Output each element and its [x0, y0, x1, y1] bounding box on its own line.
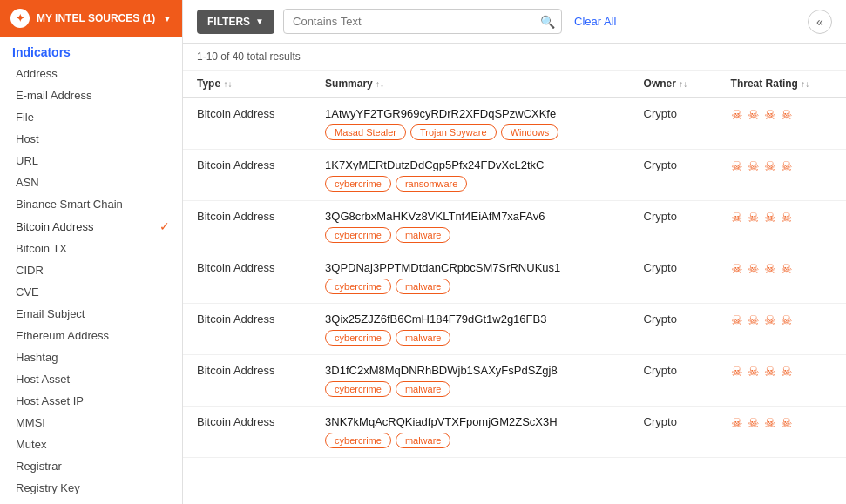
table-row: Bitcoin Address1AtwyYF2TGR969cyRDrR2XFDq… — [183, 97, 846, 150]
tag[interactable]: cybercrime — [325, 176, 391, 192]
owner-cell: Crypto — [630, 407, 717, 458]
tag[interactable]: Trojan Spyware — [410, 124, 497, 140]
sidebar-item-label: File — [16, 111, 34, 124]
intel-sources-label: MY INTEL SOURCES (1) — [37, 12, 155, 24]
sidebar-item-label: Address — [16, 67, 58, 80]
indicators-table: Type ↑↓Summary ↑↓Owner ↑↓Threat Rating ↑… — [183, 71, 846, 458]
threat-skulls: ☠ ☠ ☠ ☠ — [731, 210, 794, 225]
tag[interactable]: Windows — [501, 124, 559, 140]
sidebar-item-label: Host Asset — [16, 373, 70, 386]
threat-skulls: ☠ ☠ ☠ ☠ — [731, 312, 794, 327]
sidebar-item-asn[interactable]: ASN — [0, 171, 182, 193]
sidebar-item-label: Registrar — [16, 460, 62, 473]
sidebar-item-cve[interactable]: CVE — [0, 281, 182, 303]
owner-cell: Crypto — [630, 201, 717, 252]
sidebar-item-label: Mutex — [16, 438, 46, 451]
summary-title[interactable]: 1AtwyYF2TGR969cyRDrR2XFDqSPzwCXKfe — [325, 107, 616, 120]
column-header-type[interactable]: Type ↑↓ — [183, 71, 311, 97]
table-row: Bitcoin Address3D1fC2xM8MqDNRhBDWjb1SAXy… — [183, 355, 846, 407]
sidebar-item-ethereum-address[interactable]: Ethereum Address — [0, 325, 182, 346]
column-header-owner[interactable]: Owner ↑↓ — [630, 71, 717, 97]
tag[interactable]: malware — [396, 227, 451, 243]
threat-skulls: ☠ ☠ ☠ ☠ — [731, 415, 794, 430]
column-header-summary[interactable]: Summary ↑↓ — [311, 71, 630, 97]
collapse-sidebar-button[interactable]: « — [808, 10, 832, 34]
sidebar-item-file[interactable]: File — [0, 106, 182, 128]
tag[interactable]: malware — [396, 433, 451, 448]
sidebar-item-email-subject[interactable]: Email Subject — [0, 303, 182, 325]
sidebar-item-hashtag[interactable]: Hashtag — [0, 346, 182, 368]
tag[interactable]: cybercrime — [325, 279, 391, 294]
tag[interactable]: malware — [396, 381, 451, 397]
sidebar-item-label: Bitcoin Address — [16, 220, 94, 233]
checkmark-icon: ✓ — [159, 219, 170, 233]
main-content: FILTERS ▼ 🔍 Clear All « 1-10 of 40 total… — [183, 0, 846, 504]
summary-cell: 3Qix25ZJZ6fB6CmH184F79dGt1w2g16FB3cyberc… — [311, 304, 630, 355]
collapse-icon: « — [816, 15, 823, 29]
column-header-threat-rating[interactable]: Threat Rating ↑↓ — [717, 71, 846, 97]
filters-button[interactable]: FILTERS ▼ — [197, 10, 274, 34]
sidebar-item-mutex[interactable]: Mutex — [0, 433, 182, 455]
summary-title[interactable]: 3QG8crbxMaHKVz8VKLTnf4EiAfM7xaFAv6 — [325, 210, 616, 223]
type-cell: Bitcoin Address — [183, 407, 311, 458]
sidebar-item-address[interactable]: Address — [0, 63, 182, 84]
sidebar-item-registrar[interactable]: Registrar — [0, 455, 182, 477]
filters-label: FILTERS — [207, 16, 250, 28]
sidebar-item-bitcoin-tx[interactable]: Bitcoin TX — [0, 238, 182, 259]
summary-title[interactable]: 3NK7kMqAcRQKiadfpVTXFpomjGM2ZScX3H — [325, 415, 616, 428]
intel-sources-header[interactable]: ✦ MY INTEL SOURCES (1) ▼ — [0, 0, 182, 37]
sidebar-item-host[interactable]: Host — [0, 128, 182, 150]
summary-title[interactable]: 3Qix25ZJZ6fB6CmH184F79dGt1w2g16FB3 — [325, 312, 616, 326]
owner-cell: Crypto — [630, 355, 717, 407]
threat-skulls: ☠ ☠ ☠ ☠ — [731, 364, 794, 379]
threat-skulls: ☠ ☠ ☠ ☠ — [731, 107, 794, 122]
intel-sources-icon: ✦ — [10, 9, 30, 28]
tag[interactable]: cybercrime — [325, 330, 391, 346]
type-cell: Bitcoin Address — [183, 150, 311, 201]
summary-title[interactable]: 1K7XyMERtDutzDdCgp5Pfx24FDvXcL2tkC — [325, 158, 616, 171]
sidebar-item-registry-key[interactable]: Registry Key — [0, 477, 182, 499]
tag[interactable]: cybercrime — [325, 433, 391, 448]
sidebar-item-host-asset-ip[interactable]: Host Asset IP — [0, 390, 182, 412]
type-cell: Bitcoin Address — [183, 97, 311, 150]
type-cell: Bitcoin Address — [183, 201, 311, 252]
tag[interactable]: Masad Stealer — [325, 124, 406, 140]
table-container: Type ↑↓Summary ↑↓Owner ↑↓Threat Rating ↑… — [183, 71, 846, 504]
search-input[interactable] — [283, 9, 562, 34]
sidebar-item-user-agent[interactable]: User Agent — [0, 499, 182, 504]
sidebar-item-mmsi[interactable]: MMSI — [0, 412, 182, 433]
sidebar-item-label: Ethereum Address — [16, 329, 109, 342]
sidebar-item-label: MMSI — [16, 416, 45, 429]
sidebar-item-e-mail-address[interactable]: E-mail Address — [0, 84, 182, 106]
header-chevron-icon: ▼ — [163, 14, 172, 24]
table-body: Bitcoin Address1AtwyYF2TGR969cyRDrR2XFDq… — [183, 97, 846, 458]
sidebar-item-cidr[interactable]: CIDR — [0, 259, 182, 281]
results-summary: 1-10 of 40 total results — [197, 50, 301, 63]
threat-rating-cell: ☠ ☠ ☠ ☠ — [717, 355, 846, 407]
sidebar-item-binance-smart-chain[interactable]: Binance Smart Chain — [0, 193, 182, 215]
sidebar-item-host-asset[interactable]: Host Asset — [0, 368, 182, 390]
sidebar-item-label: Registry Key — [16, 481, 80, 494]
search-container: 🔍 — [283, 9, 562, 34]
tag[interactable]: ransomware — [396, 176, 468, 192]
toolbar: FILTERS ▼ 🔍 Clear All « — [183, 0, 846, 44]
tag[interactable]: cybercrime — [325, 227, 391, 243]
tag[interactable]: malware — [396, 330, 451, 346]
sidebar-item-label: CIDR — [16, 264, 44, 277]
threat-skulls: ☠ ☠ ☠ ☠ — [731, 158, 794, 173]
sidebar-item-label: E-mail Address — [16, 89, 91, 102]
type-cell: Bitcoin Address — [183, 355, 311, 407]
tag[interactable]: malware — [396, 279, 451, 294]
summary-title[interactable]: 3QPDNaj3PPTMDtdanCRpbcSM7SrRNUKus1 — [325, 261, 616, 274]
tag[interactable]: cybercrime — [325, 381, 391, 397]
table-row: Bitcoin Address1K7XyMERtDutzDdCgp5Pfx24F… — [183, 150, 846, 201]
summary-title[interactable]: 3D1fC2xM8MqDNRhBDWjb1SAXyFsPdSZgj8 — [325, 364, 616, 377]
sidebar-item-url[interactable]: URL — [0, 150, 182, 171]
threat-rating-cell: ☠ ☠ ☠ ☠ — [717, 407, 846, 458]
clear-all-button[interactable]: Clear All — [574, 15, 616, 28]
type-cell: Bitcoin Address — [183, 304, 311, 355]
summary-cell: 1K7XyMERtDutzDdCgp5Pfx24FDvXcL2tkCcyberc… — [311, 150, 630, 201]
table-row: Bitcoin Address3NK7kMqAcRQKiadfpVTXFpomj… — [183, 407, 846, 458]
sidebar-item-bitcoin-address[interactable]: Bitcoin Address✓ — [0, 215, 182, 238]
type-cell: Bitcoin Address — [183, 252, 311, 304]
